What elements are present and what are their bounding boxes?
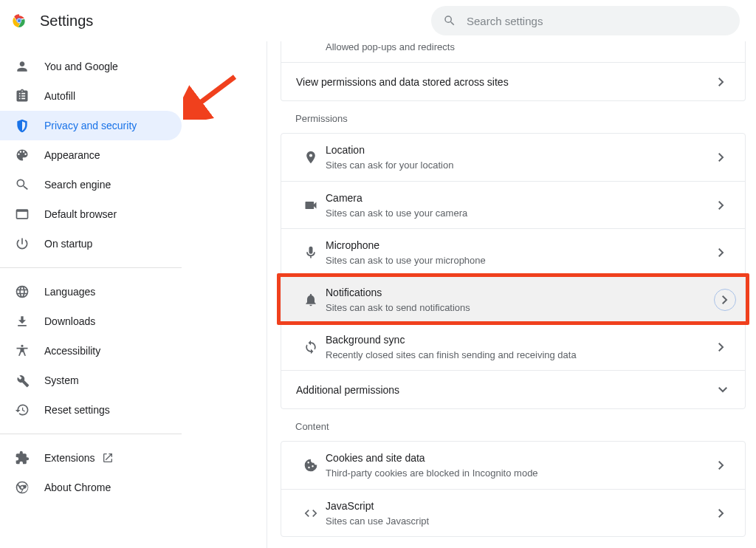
search-placeholder: Search settings xyxy=(467,15,543,27)
row-subtitle: Sites can ask to use your microphone xyxy=(326,254,718,267)
page-title: Settings xyxy=(40,13,93,30)
row-cookies[interactable]: Cookies and site dataThird-party cookies… xyxy=(281,442,745,489)
main-content: Allowed pop-ups and redirects View permi… xyxy=(267,41,756,548)
download-icon xyxy=(15,314,30,329)
sidebar-item-label: Accessibility xyxy=(44,345,100,357)
chevron-right-icon xyxy=(718,201,730,210)
sidebar-item-languages[interactable]: Languages xyxy=(0,277,182,306)
shield-icon xyxy=(15,118,30,133)
row-subtitle: Allowed pop-ups and redirects xyxy=(326,41,455,52)
row-title: Background sync xyxy=(326,332,718,347)
search-icon xyxy=(15,177,30,192)
chevron-right-icon xyxy=(718,153,730,162)
row-subtitle: Sites can use Javascript xyxy=(326,515,718,528)
row-view-permissions[interactable]: View permissions and data stored across … xyxy=(281,62,745,100)
sidebar-item-label: Default browser xyxy=(44,208,117,220)
sidebar-item-label: Privacy and security xyxy=(44,120,137,131)
sidebar-item-label: On startup xyxy=(44,238,92,250)
sidebar-item-reset[interactable]: Reset settings xyxy=(0,395,182,425)
row-microphone[interactable]: MicrophoneSites can ask to use your micr… xyxy=(281,228,745,275)
chevron-right-icon xyxy=(718,78,730,86)
code-icon xyxy=(296,506,326,521)
sync-icon xyxy=(296,340,326,355)
bell-icon xyxy=(296,292,326,307)
sidebar-item-startup[interactable]: On startup xyxy=(0,229,182,258)
sidebar-separator xyxy=(0,267,182,268)
sidebar-item-label: Reset settings xyxy=(44,404,110,416)
row-background-sync[interactable]: Background syncRecently closed sites can… xyxy=(281,323,745,370)
row-title: Camera xyxy=(326,191,718,205)
svg-point-2 xyxy=(18,19,21,23)
sidebar-item-label: Appearance xyxy=(44,149,100,161)
row-subtitle: Sites can ask to send notifications xyxy=(326,301,730,315)
browser-icon xyxy=(15,207,30,222)
row-title: Notifications xyxy=(326,285,730,300)
row-title: Microphone xyxy=(326,238,718,253)
sidebar-item-downloads[interactable]: Downloads xyxy=(0,306,182,336)
sidebar-item-extensions[interactable]: Extensions xyxy=(0,443,182,473)
microphone-icon xyxy=(296,245,326,260)
row-prev-popups[interactable]: Allowed pop-ups and redirects xyxy=(281,41,745,62)
sidebar-item-default[interactable]: Default browser xyxy=(0,199,182,229)
row-title: JavaScript xyxy=(326,499,718,513)
sidebar-item-label: About Chrome xyxy=(44,482,111,493)
row-javascript[interactable]: JavaScriptSites can use Javascript xyxy=(281,489,745,536)
open-external-icon xyxy=(100,452,115,464)
row-title: View permissions and data stored across … xyxy=(296,76,718,88)
sidebar-item-autofill[interactable]: Autofill xyxy=(0,81,182,111)
chevron-right-icon xyxy=(718,509,730,518)
row-subtitle: Sites can ask to use your camera xyxy=(326,207,718,220)
row-additional-permissions[interactable]: Additional permissions xyxy=(281,370,745,408)
chrome-outline-icon xyxy=(15,480,30,495)
sidebar-item-label: Extensions xyxy=(44,452,94,464)
sidebar-separator xyxy=(0,434,182,434)
sidebar-item-accessibility[interactable]: Accessibility xyxy=(0,336,182,366)
row-location[interactable]: LocationSites can ask for your location xyxy=(281,134,745,181)
restore-icon xyxy=(15,403,30,417)
row-title: Cookies and site data xyxy=(326,451,718,465)
sidebar-item-you[interactable]: You and Google xyxy=(0,52,182,81)
section-content-label: Content xyxy=(281,409,746,441)
cookie-icon xyxy=(296,458,326,473)
sidebar-item-label: Downloads xyxy=(44,315,95,327)
chevron-right-icon xyxy=(714,289,736,311)
sidebar: You and Google Autofill Privacy and secu… xyxy=(0,41,182,548)
globe-icon xyxy=(15,284,30,299)
chevron-right-icon xyxy=(718,461,730,470)
row-notifications[interactable]: NotificationsSites can ask to send notif… xyxy=(281,275,745,323)
extension-icon xyxy=(15,451,30,465)
row-title: Additional permissions xyxy=(296,384,718,396)
row-camera[interactable]: CameraSites can ask to use your camera xyxy=(281,181,745,228)
sidebar-item-label: Autofill xyxy=(44,90,75,102)
header: Settings Search settings xyxy=(0,0,756,41)
search-input[interactable]: Search settings xyxy=(431,6,740,35)
accessibility-icon xyxy=(15,343,30,358)
row-title: Location xyxy=(326,143,718,157)
chevron-right-icon xyxy=(718,343,730,352)
sidebar-item-label: You and Google xyxy=(44,61,118,72)
row-subtitle: Recently closed sites can finish sending… xyxy=(326,349,718,362)
section-permissions-label: Permissions xyxy=(281,101,746,133)
chevron-down-icon xyxy=(718,387,730,393)
clipboard-icon xyxy=(15,89,30,103)
row-subtitle: Third-party cookies are blocked in Incog… xyxy=(326,467,718,480)
location-icon xyxy=(296,150,326,165)
power-icon xyxy=(15,236,30,251)
sidebar-item-label: Search engine xyxy=(44,179,111,191)
sidebar-item-search[interactable]: Search engine xyxy=(0,170,182,199)
chevron-right-icon xyxy=(718,248,730,257)
sidebar-item-about[interactable]: About Chrome xyxy=(0,473,182,502)
row-subtitle: Sites can ask for your location xyxy=(326,159,718,172)
sidebar-item-privacy[interactable]: Privacy and security xyxy=(0,111,182,140)
sidebar-item-system[interactable]: System xyxy=(0,366,182,395)
chrome-logo-icon xyxy=(12,13,27,28)
person-icon xyxy=(15,59,30,74)
wrench-icon xyxy=(15,373,30,388)
search-icon xyxy=(443,14,456,27)
sidebar-item-appearance[interactable]: Appearance xyxy=(0,140,182,170)
sidebar-item-label: System xyxy=(44,374,79,386)
sidebar-item-label: Languages xyxy=(44,286,95,298)
palette-icon xyxy=(15,148,30,162)
camera-icon xyxy=(296,198,326,213)
